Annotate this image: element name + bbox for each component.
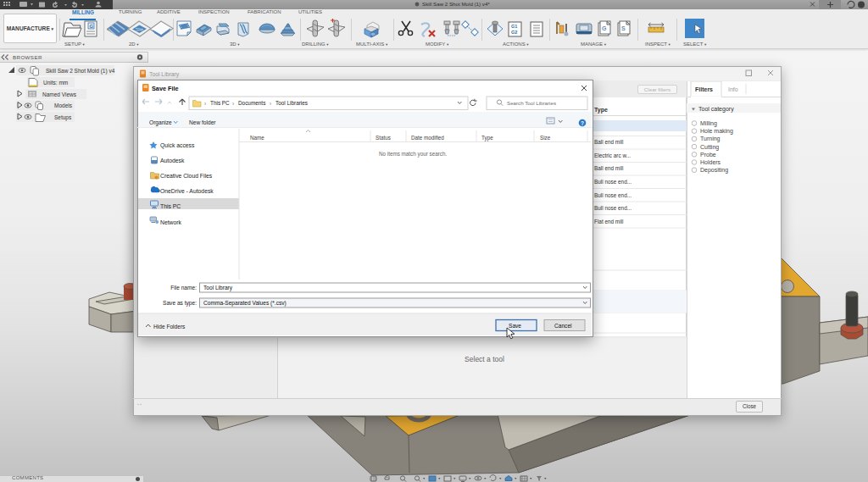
svg-text:G: G bbox=[602, 25, 607, 31]
svg-text:Autodesk: Autodesk bbox=[160, 158, 185, 163]
svg-text:Organize: Organize bbox=[149, 119, 172, 126]
svg-text:Type: Type bbox=[594, 107, 608, 114]
svg-text:Flat end mill: Flat end mill bbox=[594, 219, 623, 224]
svg-text:Size: Size bbox=[540, 135, 551, 141]
svg-text:Comma-Separated Values (*.csv): Comma-Separated Values (*.csv) bbox=[203, 300, 287, 307]
svg-text:Bull nose end...: Bull nose end... bbox=[594, 192, 632, 198]
svg-text:›: › bbox=[204, 101, 206, 107]
svg-text:Bull nose end...: Bull nose end... bbox=[594, 205, 632, 211]
svg-text:Electric arc w...: Electric arc w... bbox=[594, 152, 631, 158]
svg-text:Name: Name bbox=[250, 135, 264, 141]
svg-text:Cutting: Cutting bbox=[700, 144, 719, 151]
svg-text:Depositing: Depositing bbox=[700, 167, 728, 174]
svg-text:Probe: Probe bbox=[700, 152, 716, 158]
svg-text:Tool category: Tool category bbox=[698, 106, 734, 113]
svg-text:Info: Info bbox=[728, 86, 738, 92]
svg-text:This PC: This PC bbox=[210, 100, 230, 106]
svg-text:Search Tool Libraries: Search Tool Libraries bbox=[507, 100, 556, 106]
svg-text:Tool Library: Tool Library bbox=[149, 71, 180, 78]
svg-text:?: ? bbox=[581, 120, 584, 126]
svg-text:New folder: New folder bbox=[189, 119, 216, 125]
svg-text:Hide Folders: Hide Folders bbox=[153, 324, 186, 330]
svg-text:Holders: Holders bbox=[700, 159, 721, 165]
svg-text:Named Views: Named Views bbox=[42, 91, 77, 97]
svg-text:G2: G2 bbox=[511, 30, 517, 35]
svg-text:Bull nose end...: Bull nose end... bbox=[594, 179, 632, 185]
svg-text:Creative Cloud Files: Creative Cloud Files bbox=[160, 173, 213, 179]
svg-text:Documents: Documents bbox=[238, 100, 265, 106]
svg-text:Status: Status bbox=[376, 135, 391, 141]
svg-text:Type: Type bbox=[481, 135, 493, 141]
svg-text:Skill Saw 2 Shot Mold (1) v4*: Skill Saw 2 Shot Mold (1) v4* bbox=[422, 1, 490, 7]
svg-text:›: › bbox=[232, 101, 234, 107]
svg-text:Skill Saw 2 Shot Mold (1) v4: Skill Saw 2 Shot Mold (1) v4 bbox=[46, 68, 115, 75]
svg-text:›: › bbox=[270, 101, 271, 107]
svg-text:Cancel: Cancel bbox=[554, 323, 572, 329]
svg-text:Save as type:: Save as type: bbox=[163, 300, 197, 307]
svg-text:Setups: Setups bbox=[54, 114, 72, 121]
svg-text:Turning: Turning bbox=[700, 136, 721, 142]
svg-text:Ball end mill: Ball end mill bbox=[594, 165, 623, 171]
svg-text:Tool Library: Tool Library bbox=[203, 285, 233, 291]
svg-text:Hole making: Hole making bbox=[700, 128, 733, 135]
svg-text:Milling: Milling bbox=[700, 120, 717, 127]
svg-text:No items match your search.: No items match your search. bbox=[379, 151, 447, 158]
svg-text:This PC: This PC bbox=[160, 203, 181, 209]
svg-text:S: S bbox=[621, 25, 626, 31]
svg-text:Models: Models bbox=[54, 102, 73, 108]
svg-text:OneDrive - Autodesk: OneDrive - Autodesk bbox=[160, 188, 214, 194]
svg-text:BROWSER: BROWSER bbox=[13, 54, 42, 60]
svg-text:Quick access: Quick access bbox=[160, 142, 195, 149]
svg-text:Tool Libraries: Tool Libraries bbox=[275, 100, 308, 106]
svg-text:G: G bbox=[90, 24, 94, 29]
svg-text:G1: G1 bbox=[511, 24, 517, 29]
svg-text:Filters: Filters bbox=[695, 86, 713, 92]
svg-text:Date modified: Date modified bbox=[411, 135, 444, 141]
svg-text:Ball end mill: Ball end mill bbox=[594, 139, 623, 145]
svg-text:Network: Network bbox=[160, 219, 182, 225]
svg-text:File name:: File name: bbox=[170, 285, 197, 291]
svg-text:Units: mm: Units: mm bbox=[43, 80, 68, 86]
svg-text:Save File: Save File bbox=[152, 85, 179, 92]
